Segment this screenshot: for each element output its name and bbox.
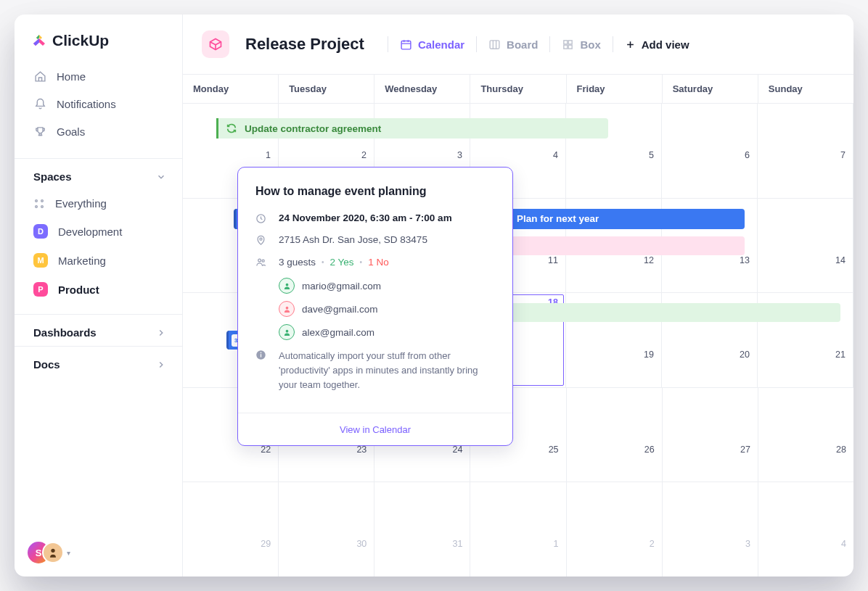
space-development-label: Development [58,226,122,238]
guest-item[interactable]: alex@gmail.com [279,324,495,340]
tab-box[interactable]: Box [550,38,612,51]
avatar [42,542,64,563]
user-area[interactable]: S ▾ [15,529,182,576]
event-contractor[interactable]: Update contractor agreement [216,118,608,139]
guest-item[interactable]: dave@gmail.com [279,301,495,317]
trophy-icon [33,125,46,138]
calendar-cell[interactable]: 29 [183,482,279,576]
bell-icon [33,97,46,110]
tab-board-label: Board [507,38,538,51]
grid-icon [33,198,45,210]
docs-header[interactable]: Docs [15,346,182,378]
tab-calendar[interactable]: Calendar [388,38,476,51]
tab-board[interactable]: Board [477,38,549,51]
svg-point-15 [285,283,288,286]
daynum: 26 [644,445,655,455]
calendar-icon [400,38,412,51]
popup-description: Automatically import your stuff from oth… [279,349,495,392]
tab-calendar-label: Calendar [418,38,464,51]
calendar-cell[interactable]: 6 [662,104,758,198]
daynum: 12 [644,255,654,265]
daynum: 19 [644,350,654,360]
svg-rect-10 [569,45,573,49]
calendar-cell[interactable]: 28 [758,388,853,482]
calendar-cell[interactable]: 14 [758,199,853,293]
user-icon [279,301,295,317]
calendar-cell[interactable]: 4 [758,482,853,576]
guests-no: 1 No [368,257,389,268]
calendar-cell[interactable]: 26 [567,388,663,482]
svg-point-4 [51,549,54,553]
event-green2[interactable] [488,303,840,322]
view-in-calendar-link[interactable]: View in Calendar [340,424,411,435]
guests-yes: 2 Yes [330,257,354,268]
dashboards-header[interactable]: Dashboards [15,314,182,346]
svg-point-17 [285,329,288,332]
guest-email: mario@gmail.com [302,281,381,292]
calendar-cell[interactable]: 27 [663,388,758,482]
guest-item[interactable]: mario@gmail.com [279,278,495,294]
daynum: 14 [835,255,846,265]
dayhead: Friday [567,75,663,103]
package-icon [208,37,223,51]
daynum: 1 [266,150,271,160]
event-popup: How to manage event planning 24 November… [237,167,513,446]
daynum: 27 [740,445,750,455]
location-icon [255,235,267,246]
nav-goals-label: Goals [57,125,85,138]
svg-point-2 [36,205,38,207]
chevron-down-icon [156,172,166,182]
space-marketing[interactable]: M Marketing [23,246,173,275]
space-development[interactable]: D Development [23,217,173,246]
svg-rect-8 [569,40,573,44]
daynum: 5 [649,150,654,160]
calendar-cell[interactable]: 31 [374,482,470,576]
guests-count: 3 guests [279,257,316,268]
topbar: Release Project Calendar Board Box [183,15,853,74]
event-label: Update contractor agreement [245,123,381,134]
space-product[interactable]: P Product [23,275,173,304]
space-marketing-label: Marketing [58,255,106,267]
calendar-cell[interactable]: 3 [663,482,758,576]
event-label: Plan for next year [517,213,599,224]
daynum: 7 [840,150,846,160]
calendar-day-header: Monday Tuesday Wednesday Thursday Friday… [183,74,853,104]
box-icon [562,38,574,51]
popup-location: 2715 Ash Dr. San Jose, SD 83475 [279,234,427,246]
calendar-cell[interactable]: 7 [758,104,853,198]
guest-list: mario@gmail.com dave@gmail.com alex@gmai… [279,278,495,340]
calendar-cell[interactable]: 30 [279,482,374,576]
daynum: 1 [554,539,559,549]
nav-notifications[interactable]: Notifications [23,90,173,117]
brand-name: ClickUp [52,32,109,49]
svg-point-20 [261,352,262,354]
nav-primary: Home Notifications Goals [15,62,182,158]
chevron-right-icon [156,328,166,338]
calendar-cell[interactable]: 2 [567,482,663,576]
add-view-button[interactable]: Add view [613,38,701,51]
dayhead: Thursday [470,75,566,103]
nav-home[interactable]: Home [23,62,173,90]
svg-point-1 [41,199,44,202]
board-icon [488,38,501,51]
project-title: Release Project [245,35,364,54]
daynum: 29 [261,539,271,549]
daynum: 2 [361,150,367,160]
svg-rect-5 [401,41,411,49]
daynum: 6 [745,150,750,160]
add-view-label: Add view [642,38,689,51]
daynum: 11 [548,255,558,265]
daynum: 3 [745,539,750,549]
svg-point-14 [262,260,264,262]
spaces-header[interactable]: Spaces [15,158,182,190]
daynum: 25 [549,445,559,455]
nav-goals[interactable]: Goals [23,117,173,145]
event-pink[interactable] [488,236,745,255]
user-icon [279,324,295,340]
event-plan-next-year[interactable]: 31 Plan for next year [488,209,745,229]
calendar-cell[interactable]: 1 [470,482,566,576]
daynum: 28 [836,445,846,455]
guest-email: dave@gmail.com [302,304,378,315]
logo[interactable]: ClickUp [15,15,182,62]
space-everything[interactable]: Everything [23,190,173,217]
